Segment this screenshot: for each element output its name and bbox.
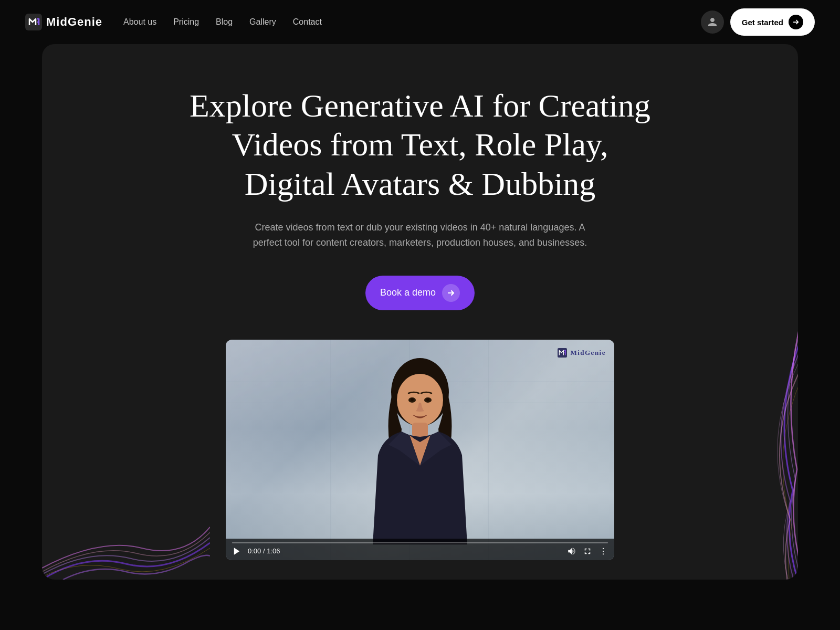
more-options-button[interactable] (598, 547, 608, 556)
logo-text: MidGenie (46, 15, 102, 29)
watermark-label: MidGenie (570, 349, 606, 357)
video-controls: 0:00 / 1:06 (226, 539, 614, 560)
decorative-streaks-bottom (42, 511, 210, 580)
volume-icon (567, 547, 576, 556)
nav-about[interactable]: About us (123, 17, 156, 26)
svg-marker-16 (234, 548, 240, 555)
book-demo-button[interactable]: Book a demo (365, 276, 475, 310)
fullscreen-icon (583, 547, 592, 556)
book-demo-arrow (442, 284, 460, 302)
nav-gallery[interactable]: Gallery (249, 17, 276, 26)
volume-button[interactable] (567, 547, 576, 556)
book-demo-label: Book a demo (380, 287, 436, 298)
avatar-figure (352, 350, 488, 544)
arrow-right-icon (447, 289, 455, 297)
svg-point-19 (603, 553, 604, 554)
play-button[interactable] (232, 547, 242, 556)
svg-rect-10 (412, 423, 428, 437)
get-started-arrow (789, 15, 803, 29)
navbar: MidGenie About us Pricing Blog Gallery C… (0, 0, 840, 44)
get-started-button[interactable]: Get started (730, 8, 815, 36)
more-options-icon (598, 547, 608, 556)
get-started-label: Get started (742, 18, 783, 27)
hero-subtitle: Create videos from text or dub your exis… (242, 220, 598, 250)
svg-point-14 (426, 398, 429, 401)
controls-left: 0:00 / 1:06 (232, 547, 280, 556)
logo-icon (25, 14, 42, 30)
nav-links: About us Pricing Blog Gallery Contact (123, 17, 322, 27)
video-player[interactable]: MidGenie 0:00 / 1:06 (226, 340, 614, 560)
nav-contact[interactable]: Contact (293, 17, 322, 26)
user-icon (707, 17, 718, 27)
svg-point-18 (603, 551, 604, 552)
hero-section: Explore Generative AI for Creating Video… (184, 86, 656, 340)
video-thumbnail: MidGenie (226, 340, 614, 560)
video-progress-bar[interactable] (232, 542, 608, 543)
watermark-icon (558, 348, 567, 358)
svg-point-17 (603, 548, 604, 549)
nav-blog[interactable]: Blog (216, 17, 233, 26)
svg-point-13 (411, 398, 414, 401)
nav-pricing[interactable]: Pricing (173, 17, 199, 26)
controls-right (567, 547, 608, 556)
controls-row: 0:00 / 1:06 (232, 547, 608, 556)
hero-title: Explore Generative AI for Creating Video… (184, 86, 656, 203)
nav-left: MidGenie About us Pricing Blog Gallery C… (25, 14, 322, 30)
logo[interactable]: MidGenie (25, 14, 102, 30)
video-time: 0:00 / 1:06 (248, 547, 280, 555)
decorative-streaks-right (709, 228, 798, 580)
arrow-right-icon (792, 18, 800, 26)
nav-right: Get started (701, 8, 815, 36)
video-watermark: MidGenie (558, 348, 606, 358)
fullscreen-button[interactable] (583, 547, 592, 556)
user-icon-button[interactable] (701, 10, 724, 34)
main-card: Explore Generative AI for Creating Video… (42, 44, 798, 580)
play-icon (232, 547, 242, 556)
